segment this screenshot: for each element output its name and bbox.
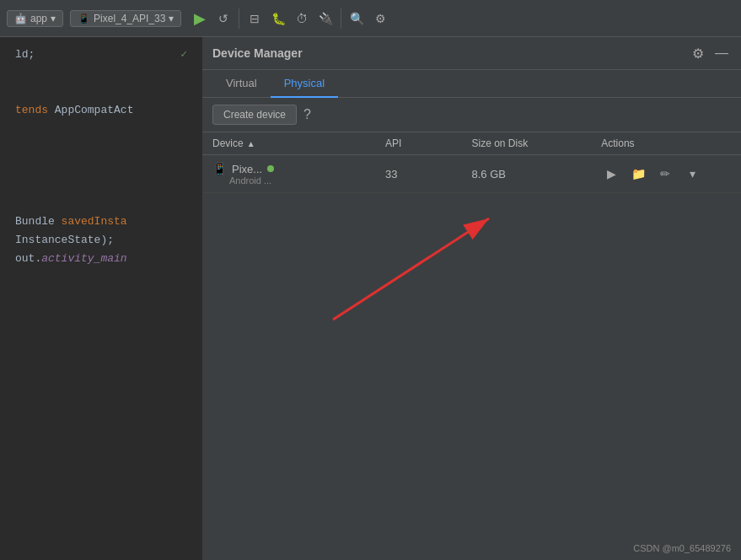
code-line-3 — [7, 83, 196, 101]
layout-icon[interactable]: ⊟ — [243, 7, 266, 30]
table-row: 📱 Pixe... Android ... 33 8.6 GB ▶ 📁 ✏ ▾ — [202, 155, 741, 193]
code-line-9 — [7, 194, 196, 213]
code-editor: ld; ✓ tends AppCompatAct Bundle savedIns… — [0, 37, 202, 560]
attach-icon[interactable]: 🔌 — [314, 7, 337, 30]
device-manager-toolbar: Create device ? — [202, 98, 741, 132]
device-selector[interactable]: 📱 Pixel_4_API_33 ▾ — [70, 10, 181, 27]
col-api: API — [385, 137, 472, 149]
code-line-7 — [7, 157, 196, 175]
app-dropdown-icon: ▾ — [51, 13, 56, 24]
code-line-5 — [7, 120, 196, 138]
create-device-button[interactable]: Create device — [212, 105, 297, 125]
minimize-icon[interactable]: — — [712, 44, 731, 62]
col-device: Device ▲ — [212, 137, 385, 149]
search-icon[interactable]: 🔍 — [345, 7, 368, 30]
watermark: CSDN @m0_65489276 — [633, 543, 731, 553]
refresh-button[interactable]: ↺ — [212, 7, 235, 30]
device-label: Pixel_4_API_33 — [94, 13, 165, 24]
settings-icon[interactable]: ⚙ — [689, 44, 707, 62]
app-label: app — [30, 13, 47, 24]
debug-icon[interactable]: 🐛 — [266, 7, 290, 30]
help-icon[interactable]: ? — [303, 107, 311, 122]
device-dropdown-icon: ▾ — [169, 13, 174, 24]
api-cell: 33 — [385, 168, 472, 180]
code-line-11: InstanceState); — [7, 231, 196, 250]
table-header: Device ▲ API Size on Disk Actions — [202, 132, 741, 155]
code-line-12: out.activity_main — [7, 250, 196, 268]
device-name: Pixe... — [232, 163, 262, 175]
col-actions: Actions — [601, 137, 731, 149]
size-cell: 8.6 GB — [472, 168, 602, 180]
device-table: 📱 Pixe... Android ... 33 8.6 GB ▶ 📁 ✏ ▾ — [202, 155, 741, 560]
settings-icon-toolbar[interactable]: ⚙ — [368, 7, 392, 30]
device-manager-header: Device Manager ⚙ — — [202, 37, 741, 70]
device-cell: 📱 Pixe... Android ... — [212, 162, 385, 186]
actions-cell: ▶ 📁 ✏ ▾ — [601, 164, 731, 184]
more-button[interactable]: ▾ — [682, 164, 702, 184]
edit-button[interactable]: ✏ — [655, 164, 675, 184]
header-icons: ⚙ — — [689, 44, 731, 62]
device-manager-panel: Device Manager ⚙ — Virtual Physical Crea… — [202, 37, 741, 560]
separator-2 — [341, 8, 341, 29]
sort-icon: ▲ — [247, 139, 255, 148]
code-line-1: ld; ✓ — [7, 46, 196, 64]
separator-1 — [239, 8, 239, 29]
tab-bar: Virtual Physical — [202, 70, 741, 98]
android-icon: 🤖 — [14, 13, 27, 24]
tab-virtual[interactable]: Virtual — [212, 70, 271, 98]
run-button[interactable]: ▶ — [188, 7, 212, 30]
device-name-row: 📱 Pixe... — [212, 162, 385, 175]
device-subtitle: Android ... — [212, 175, 385, 186]
tab-physical[interactable]: Physical — [271, 70, 338, 98]
code-line-2 — [7, 64, 196, 83]
folder-button[interactable]: 📁 — [628, 164, 648, 184]
col-size: Size on Disk — [472, 137, 602, 149]
code-line-4: tends AppCompatAct — [7, 101, 196, 120]
run-device-button[interactable]: ▶ — [601, 164, 621, 184]
profile-icon[interactable]: ⏱ — [290, 7, 314, 30]
device-manager-title: Device Manager — [212, 46, 303, 60]
code-line-8 — [7, 175, 196, 194]
code-line-10: Bundle savedInsta — [7, 213, 196, 231]
device-phone-icon: 📱 — [212, 162, 227, 175]
code-line-6 — [7, 138, 196, 157]
app-selector[interactable]: 🤖 app ▾ — [7, 10, 63, 27]
device-icon: 📱 — [78, 13, 90, 24]
device-status-dot — [267, 165, 274, 172]
toolbar: 🤖 app ▾ 📱 Pixel_4_API_33 ▾ ▶ ↺ ⊟ 🐛 ⏱ 🔌 🔍… — [0, 0, 741, 37]
